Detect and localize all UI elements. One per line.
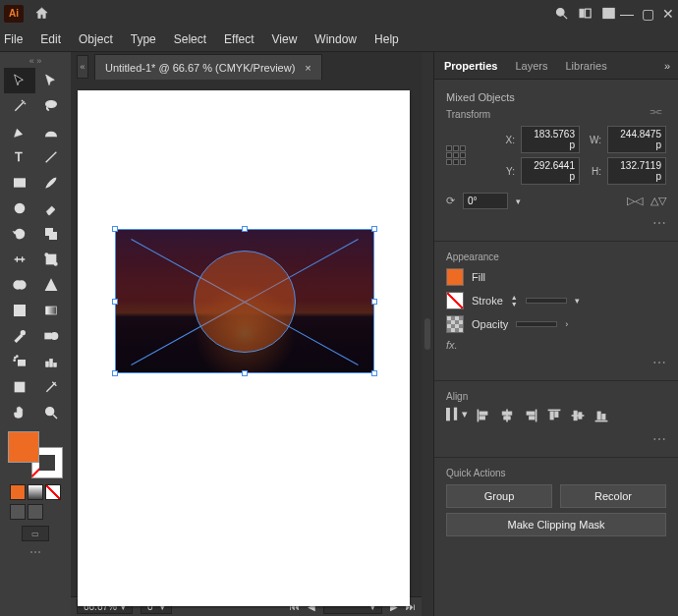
close-icon[interactable]: ✕ <box>662 6 674 22</box>
panel-resize-handle[interactable] <box>424 318 430 350</box>
tool-type[interactable]: T <box>4 144 35 170</box>
draw-mode-behind[interactable] <box>28 504 43 520</box>
opacity-input[interactable] <box>516 321 557 327</box>
tab-properties[interactable]: Properties <box>444 60 497 72</box>
transform-more-icon[interactable]: ⋯ <box>446 215 666 231</box>
tool-magic-wand[interactable] <box>4 93 35 119</box>
tool-paintbrush[interactable] <box>35 170 67 196</box>
tool-scale[interactable] <box>35 221 67 247</box>
tool-symbol-sprayer[interactable] <box>4 349 35 374</box>
arrange-docs-icon[interactable] <box>596 2 620 26</box>
menu-view[interactable]: View <box>272 32 298 46</box>
link-wh-icon[interactable]: ⫘ <box>649 103 662 119</box>
align-hcenter-icon[interactable] <box>499 408 515 425</box>
menu-select[interactable]: Select <box>174 32 206 46</box>
align-top-icon[interactable] <box>546 408 562 425</box>
input-rotation[interactable]: 0° <box>463 193 508 209</box>
menu-file[interactable]: File <box>4 32 23 46</box>
align-more-icon[interactable]: ⋯ <box>446 431 666 447</box>
input-x[interactable]: 183.5763 p <box>521 126 580 153</box>
align-to-icon[interactable]: ▌▍▾ <box>446 408 468 425</box>
fill-stroke-swatch[interactable] <box>8 431 63 478</box>
tool-blend[interactable] <box>35 323 67 349</box>
tool-free-transform[interactable] <box>35 247 67 272</box>
opacity-more-icon[interactable]: › <box>565 319 568 329</box>
fill-swatch[interactable] <box>8 431 39 463</box>
toolbar-collapse-icon[interactable]: « » <box>0 56 71 66</box>
circle-object[interactable] <box>194 251 296 353</box>
flip-horizontal-icon[interactable]: ▷◁ <box>627 195 643 207</box>
tool-direct-selection[interactable] <box>35 68 67 93</box>
tool-hand[interactable] <box>4 400 35 425</box>
placed-image[interactable] <box>115 229 374 373</box>
color-mode-none[interactable] <box>45 484 61 500</box>
tool-gradient[interactable] <box>35 298 67 323</box>
menu-window[interactable]: Window <box>314 32 357 46</box>
input-w[interactable]: 244.8475 p <box>607 126 666 153</box>
workspace-switcher-icon[interactable] <box>573 2 596 26</box>
menu-object[interactable]: Object <box>79 32 113 46</box>
align-vcenter-icon[interactable] <box>570 408 586 425</box>
color-mode-gradient[interactable] <box>28 484 43 500</box>
document-tab[interactable]: Untitled-1* @ 66.67 % (CMYK/Preview) × <box>94 54 322 80</box>
tool-eyedropper[interactable] <box>4 323 35 349</box>
artboard[interactable] <box>78 90 410 606</box>
reference-point[interactable] <box>446 145 497 165</box>
fill-color-chip[interactable] <box>446 268 464 286</box>
opacity-chip[interactable] <box>446 315 464 333</box>
home-icon[interactable] <box>29 2 53 26</box>
tool-mesh[interactable] <box>4 298 35 323</box>
maximize-icon[interactable]: ▢ <box>642 6 654 22</box>
menu-help[interactable]: Help <box>374 32 399 46</box>
stroke-weight-input[interactable] <box>526 298 567 304</box>
panel-collapse-icon[interactable]: » <box>664 60 670 72</box>
align-right-icon[interactable] <box>523 408 538 425</box>
close-tab-icon[interactable]: × <box>305 62 311 74</box>
edit-toolbar-icon[interactable]: ⋯ <box>29 545 41 559</box>
search-icon[interactable] <box>549 2 573 26</box>
toolbar-collapse-toggle[interactable]: « <box>77 55 88 79</box>
stroke-color-chip[interactable] <box>446 292 464 309</box>
make-clipping-mask-button[interactable]: Make Clipping Mask <box>446 513 666 536</box>
screen-mode-toggle[interactable]: ▭ <box>22 526 49 541</box>
tool-slice[interactable] <box>35 374 67 400</box>
tab-libraries[interactable]: Libraries <box>565 60 606 72</box>
canvas[interactable] <box>73 87 414 596</box>
align-left-icon[interactable] <box>476 408 491 425</box>
menu-effect[interactable]: Effect <box>224 32 254 46</box>
rotation-dropdown-icon[interactable]: ▾ <box>516 196 521 206</box>
tool-artboard[interactable] <box>4 374 35 400</box>
flip-vertical-icon[interactable]: △▽ <box>650 195 666 207</box>
tool-column-graph[interactable] <box>35 349 67 374</box>
stroke-weight-stepper[interactable]: ▲▼ <box>511 295 518 308</box>
minimize-icon[interactable]: — <box>620 6 634 22</box>
svg-rect-12 <box>50 233 57 240</box>
input-y[interactable]: 292.6441 p <box>521 157 580 185</box>
color-mode-solid[interactable] <box>10 484 26 500</box>
menu-edit[interactable]: Edit <box>40 32 61 46</box>
tool-pen[interactable] <box>4 119 35 144</box>
panel-gutter[interactable] <box>422 52 433 616</box>
tool-perspective[interactable] <box>35 272 67 298</box>
tool-eraser[interactable] <box>35 196 67 221</box>
menu-type[interactable]: Type <box>131 32 156 46</box>
tool-line[interactable] <box>35 144 67 170</box>
tool-zoom[interactable] <box>35 400 67 425</box>
tool-rectangle[interactable] <box>4 170 35 196</box>
input-h[interactable]: 132.7119 p <box>607 157 666 185</box>
appearance-more-icon[interactable]: ⋯ <box>446 355 666 370</box>
group-button[interactable]: Group <box>446 484 552 508</box>
fx-label[interactable]: fx. <box>446 339 666 351</box>
tool-shape-builder[interactable] <box>4 272 35 298</box>
align-bottom-icon[interactable] <box>593 408 609 425</box>
tool-curvature[interactable] <box>35 119 67 144</box>
draw-mode-normal[interactable] <box>10 504 26 520</box>
recolor-button[interactable]: Recolor <box>560 484 666 508</box>
tool-rotate[interactable] <box>4 221 35 247</box>
tab-layers[interactable]: Layers <box>515 60 547 72</box>
tool-lasso[interactable] <box>35 93 67 119</box>
tool-shaper[interactable] <box>4 196 35 221</box>
tool-width[interactable] <box>4 247 35 272</box>
tool-selection[interactable] <box>4 68 35 93</box>
stroke-weight-dropdown-icon[interactable]: ▾ <box>575 296 580 306</box>
